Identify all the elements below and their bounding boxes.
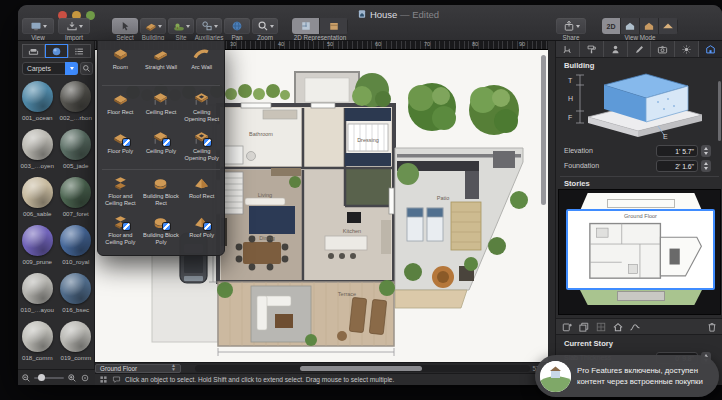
zoom-out-icon[interactable] — [21, 373, 31, 383]
swatch-thumbnail[interactable] — [22, 225, 53, 256]
foundation-stepper[interactable] — [701, 160, 711, 172]
zoom-tool-button[interactable] — [252, 18, 278, 34]
tab-list[interactable] — [68, 44, 91, 58]
material-swatch[interactable]: 009_prune — [19, 225, 55, 273]
menu-item-floor-poly[interactable]: Floor Poly — [100, 128, 141, 167]
view-mode-roof-segment[interactable] — [659, 18, 678, 34]
elevation-stepper[interactable] — [701, 145, 711, 157]
material-swatch[interactable]: 010_…ayou — [19, 273, 55, 321]
floor-selector[interactable]: Ground Floor — [95, 364, 181, 373]
tab-furniture[interactable] — [22, 44, 45, 58]
menu-item-roof-poly[interactable]: Roof Poly — [181, 212, 222, 251]
swatch-thumbnail[interactable] — [22, 273, 53, 304]
entry-porch[interactable] — [295, 72, 359, 106]
menu-item-ceiling-poly[interactable]: Ceiling Poly — [141, 128, 182, 167]
menu-item-roof-rect[interactable]: Roof Rect — [181, 173, 222, 212]
view-mode-2d-segment[interactable]: 2D — [602, 18, 621, 34]
trash-icon[interactable] — [706, 321, 718, 333]
house[interactable] — [216, 103, 394, 282]
menu-item-arc-wall[interactable]: Arc Wall — [181, 44, 222, 83]
tab-camera-inspector[interactable] — [651, 41, 675, 57]
foundation-value[interactable]: 2' 1.6" — [656, 160, 698, 172]
horizontal-scrollbar[interactable] — [195, 365, 530, 372]
swatch-thumbnail[interactable] — [22, 81, 53, 112]
site-tool-button[interactable] — [168, 18, 194, 34]
app-icon — [540, 361, 571, 392]
thumbnail-size-slider[interactable] — [34, 377, 64, 379]
menu-item-floor-and-ceiling-rect[interactable]: Floor and Ceiling Rect — [100, 173, 141, 212]
ruler-tick: 70 — [417, 41, 437, 47]
grid-icon[interactable] — [99, 375, 108, 384]
material-swatch[interactable]: 001_ocean — [19, 81, 55, 129]
tab-person-inspector[interactable] — [604, 41, 628, 57]
tab-edit-inspector[interactable] — [628, 41, 652, 57]
menu-item-building-block-poly[interactable]: Building Block Poly — [141, 212, 182, 251]
tab-light-inspector[interactable] — [675, 41, 699, 57]
tab-materials[interactable] — [45, 44, 68, 58]
tab-materials-inspector[interactable] — [580, 41, 604, 57]
view-mode-3d-segment[interactable] — [621, 18, 640, 34]
room-label-bathroom: Bathroom — [249, 131, 273, 137]
horizontal-scrollbar-thumb[interactable] — [300, 366, 422, 371]
material-swatch[interactable]: 005_jade — [58, 129, 94, 177]
material-swatch[interactable]: 016_bsec — [58, 273, 94, 321]
swatch-thumbnail[interactable] — [60, 129, 91, 160]
menu-item-ceiling-rect[interactable]: Ceiling Rect — [141, 89, 182, 128]
material-swatch[interactable]: 007_foret — [58, 177, 94, 225]
pro-features-toast[interactable]: Pro Features включены, доступенконтент ч… — [535, 355, 719, 397]
swatch-thumbnail[interactable] — [60, 321, 91, 352]
terrace-deck[interactable] — [217, 280, 395, 346]
pan-tool-button[interactable] — [224, 18, 250, 34]
material-swatch[interactable]: 003_…oyen — [19, 129, 55, 177]
swatch-thumbnail[interactable] — [22, 177, 53, 208]
representation-floor-segment[interactable] — [320, 18, 348, 34]
status-text: Click an object to select. Hold Shift an… — [125, 376, 394, 383]
straight-wall-icon — [152, 46, 169, 63]
tab-building-inspector[interactable] — [699, 41, 722, 57]
swatch-thumbnail[interactable] — [22, 321, 53, 352]
material-swatch[interactable]: 019_comm — [58, 321, 94, 369]
material-swatch[interactable]: 018_comm — [19, 321, 55, 369]
menu-item-ceiling-opening-rect[interactable]: Ceiling Opening Rect — [181, 89, 222, 128]
inspector-scrollbar-thumb[interactable] — [718, 81, 721, 141]
import-button[interactable] — [58, 18, 90, 34]
terrain-curve-icon[interactable] — [629, 321, 641, 333]
home-story-icon[interactable] — [612, 321, 624, 333]
category-dropdown-button[interactable] — [65, 62, 78, 75]
select-tool-button[interactable] — [112, 18, 138, 34]
swatch-thumbnail[interactable] — [60, 81, 91, 112]
duplicate-story-icon[interactable] — [578, 321, 590, 333]
building-tool-button[interactable] — [140, 18, 166, 34]
story-card-ground[interactable] — [579, 288, 703, 305]
menu-item-ceiling-opening-poly[interactable]: Ceiling Opening Poly — [181, 128, 222, 167]
tab-furniture-inspector[interactable] — [556, 41, 580, 57]
story-grid-icon[interactable] — [595, 321, 607, 333]
slider-handle[interactable] — [38, 374, 45, 381]
material-swatch[interactable]: 010_royal — [58, 225, 94, 273]
representation-2d-segment[interactable] — [292, 18, 320, 34]
swatch-thumbnail[interactable] — [60, 273, 91, 304]
add-story-icon[interactable] — [561, 321, 573, 333]
menu-item-floor-and-ceiling-poly[interactable]: Floor and Ceiling Poly — [100, 212, 141, 251]
menu-item-floor-rect[interactable]: Floor Rect — [100, 89, 141, 128]
story-card-selected[interactable]: Ground Floor — [566, 209, 715, 290]
target-icon[interactable] — [80, 373, 90, 383]
zoom-in-icon[interactable] — [67, 373, 77, 383]
foundation-label: Foundation — [564, 162, 599, 169]
menu-item-building-block-rect[interactable]: Building Block Rect — [141, 173, 182, 212]
material-swatch[interactable]: 002_…rbon — [58, 81, 94, 129]
swatch-thumbnail[interactable] — [22, 129, 53, 160]
view-mode-elevation-segment[interactable] — [640, 18, 659, 34]
material-swatch[interactable]: 006_sable — [19, 177, 55, 225]
elevation-value[interactable]: 1' 5.7" — [656, 145, 698, 157]
auxiliaries-tool-button[interactable] — [196, 18, 222, 34]
menu-item-room[interactable]: Room — [100, 44, 141, 83]
view-button[interactable] — [22, 18, 54, 34]
share-button[interactable] — [556, 18, 586, 34]
swatch-label: 009_prune — [19, 258, 55, 265]
search-button[interactable] — [80, 62, 93, 75]
swatch-thumbnail[interactable] — [60, 225, 91, 256]
vertical-scrollbar-thumb[interactable] — [541, 55, 546, 205]
swatch-thumbnail[interactable] — [60, 177, 91, 208]
menu-item-straight-wall[interactable]: Straight Wall — [141, 44, 182, 83]
